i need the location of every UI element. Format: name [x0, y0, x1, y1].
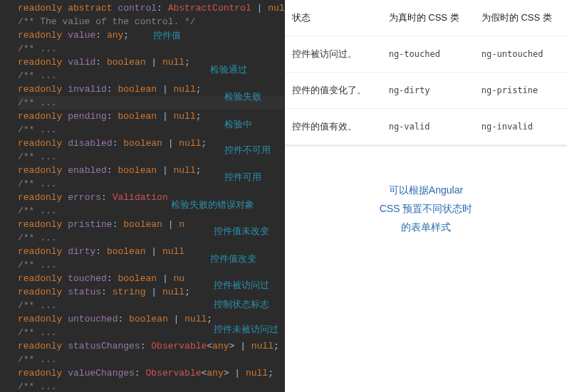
code-annotation: 检验通过: [210, 63, 247, 76]
cell-falsy: ng-pristine: [474, 73, 567, 109]
cell-state: 控件的值变化了。: [285, 73, 382, 109]
code-annotation: 控件可用: [224, 170, 261, 184]
code-line[interactable]: /** ...: [18, 353, 285, 366]
code-annotation: 控件值未改变: [214, 224, 269, 238]
cell-truthy: ng-dirty: [382, 73, 474, 109]
table-row: 控件的值有效。 ng-valid ng-invalid: [285, 109, 567, 145]
code-annotation: 检验失败: [224, 90, 261, 103]
cell-state: 控件被访问过。: [285, 36, 382, 73]
code-annotation: 控件未被访问过: [214, 322, 279, 336]
code-annotation: 检验中: [224, 117, 252, 131]
caption-line-1: 可以根据Angular: [321, 181, 531, 199]
code-editor-panel[interactable]: readonly abstract control: AbstractContr…: [0, 0, 285, 392]
cell-truthy: ng-touched: [382, 36, 474, 73]
doc-panel: 状态 为真时的 CSS 类 为假时的 CSS 类 控件被访问过。 ng-touc…: [285, 0, 567, 392]
code-annotation: 控件值改变: [210, 252, 256, 265]
code-annotation: 控件不可用: [224, 143, 271, 157]
cell-falsy: ng-untouched: [474, 36, 567, 73]
caption-line-3: 的表单样式: [321, 218, 531, 236]
cell-state: 控件的值有效。: [285, 109, 382, 145]
code-line[interactable]: readonly abstract control: AbstractContr…: [18, 1, 285, 15]
table-row: 控件的值变化了。 ng-dirty ng-pristine: [285, 73, 567, 109]
code-line[interactable]: readonly statusChanges: Observable<any> …: [18, 339, 285, 353]
code-annotation: 检验失败的错误对象: [171, 198, 254, 211]
caption-line-2: CSS 预置不同状态时: [321, 199, 531, 218]
col-header-state: 状态: [285, 0, 382, 36]
code-line[interactable]: readonly valueChanges: Observable<any> |…: [18, 366, 285, 380]
table-row: 控件被访问过。 ng-touched ng-untouched: [285, 36, 567, 73]
code-line[interactable]: /** The value of the control. */: [18, 15, 285, 28]
css-class-table: 状态 为真时的 CSS 类 为假时的 CSS 类 控件被访问过。 ng-touc…: [285, 0, 567, 145]
code-annotation: 控件值: [153, 28, 181, 42]
cell-falsy: ng-invalid: [474, 109, 567, 145]
code-annotation: 控制状态标志: [214, 297, 269, 311]
code-line[interactable]: /** ...: [18, 42, 285, 55]
code-annotation: 控件被访问过: [214, 278, 269, 292]
caption-text: 可以根据Angular CSS 预置不同状态时 的表单样式: [285, 181, 567, 236]
table-header-row: 状态 为真时的 CSS 类 为假时的 CSS 类: [285, 0, 567, 36]
cell-truthy: ng-valid: [382, 109, 474, 145]
code-line[interactable]: /** ...: [18, 380, 285, 392]
code-line[interactable]: readonly value: any;: [18, 28, 285, 42]
col-header-true: 为真时的 CSS 类: [382, 0, 474, 36]
col-header-false: 为假时的 CSS 类: [474, 0, 567, 36]
